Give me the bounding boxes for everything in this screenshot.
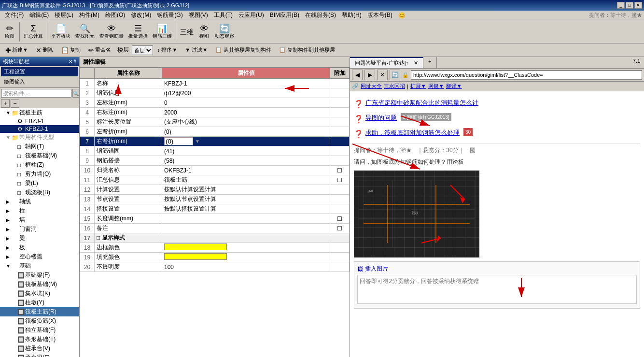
question-link-1[interactable]: 广东省定额中砂浆配合比的消耗量怎么计 bbox=[365, 98, 478, 108]
tree-slab[interactable]: □ 现浇板(B) bbox=[0, 188, 79, 197]
border-color-swatch[interactable] bbox=[164, 243, 227, 250]
prop-val-16[interactable] bbox=[162, 224, 330, 233]
link-sanshui[interactable]: 三水区招 bbox=[384, 83, 405, 90]
link-expand[interactable]: 扩展▼ bbox=[410, 83, 426, 90]
link-bank[interactable]: 网银▼ bbox=[428, 83, 444, 90]
tree-collapse-btn[interactable]: − bbox=[11, 99, 19, 108]
tree-common-types[interactable]: ▼ 📁 常用构件类型 bbox=[0, 133, 79, 142]
view-button[interactable]: 👁 视图 bbox=[196, 23, 212, 41]
copy-button[interactable]: 📋 复制 bbox=[57, 45, 84, 56]
sort-button[interactable]: ↕ 排序▼ bbox=[154, 45, 181, 55]
menu-draw[interactable]: 绘图(O) bbox=[102, 10, 128, 20]
menu-modify[interactable]: 修改(M) bbox=[128, 10, 154, 20]
menu-bim[interactable]: BIM应用(B) bbox=[267, 10, 302, 20]
rebar-3d-button[interactable]: 📊 钢筋三维 bbox=[151, 23, 174, 41]
tree-foundation-group[interactable]: ▼ 基础 bbox=[0, 261, 79, 271]
draw-button[interactable]: ✏ 绘图 bbox=[2, 23, 17, 41]
prop-val-4[interactable]: 2000 bbox=[162, 108, 330, 117]
tree-fnd-beam[interactable]: 🔲 基础梁(F) bbox=[0, 271, 79, 280]
draw-input-item[interactable]: 绘图输入 bbox=[1, 77, 78, 86]
link-translate[interactable]: 翻译▼ bbox=[446, 83, 462, 90]
tree-opening-group[interactable]: ▶ 门窗洞 bbox=[0, 225, 79, 234]
tree-fnd-isolated[interactable]: 🔲 独立基础(F) bbox=[0, 326, 79, 335]
tree-item-kfbzj1[interactable]: ⚙ KFBZJ-1 bbox=[0, 125, 79, 133]
browser-new-tab[interactable]: + bbox=[423, 57, 436, 68]
search-input[interactable] bbox=[1, 89, 71, 98]
eng-settings-item[interactable]: 工程设置 bbox=[1, 67, 78, 76]
tree-raft[interactable]: □ 筏板基础(M) bbox=[0, 151, 79, 160]
fill-color-swatch[interactable] bbox=[164, 253, 227, 260]
tree-beam[interactable]: □ 梁(L) bbox=[0, 179, 79, 188]
maximize-button[interactable]: □ bbox=[626, 2, 633, 9]
refresh-button[interactable]: 🔄 bbox=[390, 70, 400, 80]
prop-val-8[interactable]: (41) bbox=[162, 146, 330, 156]
stop-button[interactable]: ✕ bbox=[377, 70, 388, 80]
prop-val-18[interactable] bbox=[162, 243, 330, 253]
prop-val-15[interactable] bbox=[162, 214, 330, 224]
tree-fnd-capbeam[interactable]: 🔲 承台梁(F) bbox=[0, 353, 79, 357]
3d-button[interactable]: 三维 bbox=[178, 28, 196, 36]
prop-val-1[interactable]: KFBZJ-1 bbox=[162, 79, 330, 88]
menu-component[interactable]: 构件(M) bbox=[76, 10, 102, 20]
question-link-2[interactable]: 导图的问题 bbox=[365, 113, 397, 123]
delete-button[interactable]: ✕ 删除 bbox=[32, 45, 56, 56]
browser-tab-qa[interactable]: 问题答疑平台-广联达|↑ ✕ bbox=[350, 57, 423, 68]
menu-version[interactable]: 版本号(B) bbox=[364, 10, 395, 20]
minimize-button[interactable]: _ bbox=[617, 2, 625, 9]
flatboard-button[interactable]: 📄 平齐板块 bbox=[49, 23, 72, 41]
menu-cloud[interactable]: 云应用(U) bbox=[236, 10, 267, 20]
prop-val-20[interactable]: 100 bbox=[162, 262, 330, 272]
tree-beam-group[interactable]: ▶ 梁 bbox=[0, 234, 79, 243]
prop-val-12[interactable]: 按默认计算设置计算 bbox=[162, 185, 330, 195]
tree-axis[interactable]: □ 轴网(T) bbox=[0, 142, 79, 151]
prop-val-13[interactable]: 按默认节点设置计算 bbox=[162, 195, 330, 204]
answer-input[interactable] bbox=[357, 275, 637, 304]
menu-file[interactable]: 文件(F) bbox=[2, 10, 27, 20]
tree-hollow-group[interactable]: ▶ 空心楼盖 bbox=[0, 252, 79, 261]
url-bar[interactable] bbox=[411, 70, 642, 80]
tree-fnd-raft[interactable]: 🔲 筏板基础(M) bbox=[0, 280, 79, 289]
tree-item-fasui-main[interactable]: ▼ 📁 筏板主筋 bbox=[0, 108, 79, 117]
tree-col[interactable]: □ 框柱(Z) bbox=[0, 160, 79, 170]
batch-select-button[interactable]: ☰ 批量选择 bbox=[126, 23, 150, 41]
prop-val-10[interactable]: OKFBZJ-1 bbox=[162, 166, 330, 175]
tree-axis-group[interactable]: ▶ 轴线 bbox=[0, 197, 79, 206]
prop-val-7[interactable]: ▼ bbox=[162, 137, 330, 146]
find-button[interactable]: 🔍 查找图元 bbox=[73, 23, 97, 41]
prop-val-3[interactable]: 0 bbox=[162, 98, 330, 108]
copy-to-floor-button[interactable]: 📋 复制构件到其他楼层 bbox=[276, 45, 338, 55]
question-link-3[interactable]: 求助，筏板底部附加钢筋怎么处理 bbox=[365, 128, 460, 138]
menu-emoji[interactable]: 😊 bbox=[395, 11, 408, 20]
browser-tab-close[interactable]: ✕ bbox=[414, 60, 418, 66]
menu-help[interactable]: 帮助(H) bbox=[339, 10, 364, 20]
navigator-close-button[interactable]: ✕ # bbox=[69, 59, 76, 64]
prop-val-19[interactable] bbox=[162, 253, 330, 262]
tree-col-group[interactable]: ▶ 柱 bbox=[0, 206, 79, 215]
tree-slab-group[interactable]: ▶ 板 bbox=[0, 243, 79, 252]
tree-wall[interactable]: □ 剪力墙(Q) bbox=[0, 170, 79, 179]
prop-val-9[interactable]: (58) bbox=[162, 156, 330, 166]
floor-select[interactable]: 首层 bbox=[132, 45, 153, 55]
menu-floor[interactable]: 楼层(L) bbox=[52, 10, 76, 20]
menu-rebar[interactable]: 钢筋量(G) bbox=[154, 10, 185, 20]
tree-fnd-pit[interactable]: 🔲 集水坑(K) bbox=[0, 289, 79, 298]
close-button[interactable]: ✕ bbox=[634, 2, 642, 9]
orbit-button[interactable]: 🔄 动态观察 bbox=[213, 23, 236, 41]
tree-fnd-main-rebar[interactable]: 🔲 筏板主筋(R) bbox=[0, 307, 79, 316]
dropdown-icon[interactable]: ▼ bbox=[195, 139, 200, 144]
back-button[interactable]: ◀ bbox=[352, 70, 363, 80]
prop-val-14[interactable]: 按默认搭接设置计算 bbox=[162, 204, 330, 214]
sum-button[interactable]: Σ 汇总计算 bbox=[22, 23, 45, 41]
menu-online[interactable]: 在线服务(S) bbox=[302, 10, 339, 20]
tree-expand-btn[interactable]: + bbox=[1, 99, 10, 108]
menu-tools[interactable]: 工具(T) bbox=[211, 10, 236, 20]
tree-fnd-strip[interactable]: 🔲 条形基础(T) bbox=[0, 335, 79, 344]
link-sites[interactable]: 网址大全 bbox=[361, 83, 382, 90]
tree-fnd-neg-rebar[interactable]: 🔲 筏板负筋(X) bbox=[0, 316, 79, 326]
tree-fnd-cap[interactable]: 🔲 柱墩(Y) bbox=[0, 298, 79, 307]
filter-button[interactable]: ▼ 过滤▼ bbox=[182, 45, 211, 55]
tree-fnd-pilecap[interactable]: 🔲 桩承台(V) bbox=[0, 344, 79, 353]
view-rebar-button[interactable]: 👁 查看钢筋量 bbox=[98, 23, 126, 41]
menu-view[interactable]: 视图(V) bbox=[186, 10, 211, 20]
copy-from-floor-button[interactable]: 📋 从其他楼层复制构件 bbox=[212, 45, 275, 55]
